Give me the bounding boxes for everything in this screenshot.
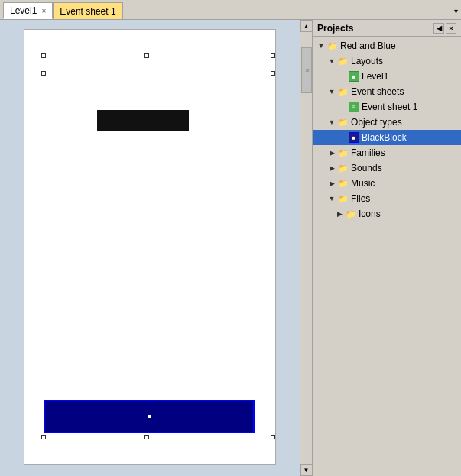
toggle-blackblock	[337, 132, 348, 143]
black-block-object[interactable]	[97, 110, 189, 131]
tab-level1-close[interactable]: ×	[41, 7, 46, 15]
handle-bottom-center[interactable]	[144, 435, 149, 439]
folder-icon-files: 📁	[337, 193, 349, 205]
tree-item-level1[interactable]: ■ Level1	[313, 69, 461, 84]
tree-item-files[interactable]: ▼ 📁 Files	[313, 191, 461, 206]
handle-bottom-left[interactable]	[41, 435, 46, 439]
projects-pin-button[interactable]: ◀	[433, 23, 444, 34]
label-icons: Icons	[359, 209, 381, 219]
tree-item-blackblock[interactable]: ■ BlackBlock	[313, 130, 461, 145]
layout-icon-level1: ■	[348, 70, 360, 83]
scroll-down-button[interactable]: ▼	[300, 464, 313, 476]
tree-item-eventsheet1[interactable]: ≡ Event sheet 1	[313, 99, 461, 115]
toggle-icons[interactable]: ▶	[334, 209, 345, 219]
canvas-viewport: ▲ ≡ ▼	[0, 20, 312, 476]
level-canvas[interactable]	[0, 20, 300, 476]
tree-item-layouts[interactable]: ▼ 📁 Layouts	[313, 53, 461, 69]
handle-mid-right[interactable]	[271, 71, 275, 76]
scroll-thumb-vertical[interactable]: ≡	[301, 47, 312, 93]
label-redandblue: Red and Blue	[340, 40, 396, 51]
projects-header: Projects ◀ ×	[313, 20, 461, 37]
vertical-scrollbar[interactable]: ▲ ≡ ▼	[300, 20, 312, 476]
label-eventsheets: Event sheets	[351, 86, 404, 97]
toggle-layouts[interactable]: ▼	[326, 56, 337, 66]
label-blackblock: BlackBlock	[362, 132, 407, 143]
folder-icon-eventsheets: 📁	[337, 86, 349, 98]
tab-event-sheet[interactable]: Event sheet 1	[53, 2, 122, 19]
projects-tree: ▼ 📁 Red and Blue ▼ 📁 Layouts ■ Level1	[313, 37, 461, 476]
tree-item-families[interactable]: ▶ 📁 Families	[313, 145, 461, 160]
toggle-files[interactable]: ▼	[326, 193, 337, 204]
toggle-eventsheets[interactable]: ▼	[326, 86, 337, 97]
label-files: Files	[351, 193, 370, 204]
level-inner[interactable]	[24, 29, 276, 465]
label-sounds: Sounds	[351, 163, 382, 173]
tree-item-icons[interactable]: ▶ 📁 Icons	[313, 206, 461, 222]
projects-title: Projects	[317, 23, 353, 34]
toggle-sounds[interactable]: ▶	[326, 163, 337, 173]
blue-block-object[interactable]	[44, 400, 255, 433]
label-eventsheet1: Event sheet 1	[362, 102, 417, 112]
tab-level1-label: Level1	[10, 5, 37, 16]
label-objecttypes: Object types	[351, 117, 402, 128]
scroll-up-button[interactable]: ▲	[300, 20, 313, 32]
toggle-level1	[337, 71, 348, 82]
toggle-eventsheet1	[337, 102, 348, 112]
folder-icon-icons: 📁	[345, 208, 357, 220]
handle-mid-left[interactable]	[41, 71, 46, 76]
tree-item-sounds[interactable]: ▶ 📁 Sounds	[313, 160, 461, 176]
tree-item-objecttypes[interactable]: ▼ 📁 Object types	[313, 115, 461, 130]
block-icon-blackblock: ■	[348, 131, 360, 144]
event-icon-eventsheet1: ≡	[348, 101, 360, 113]
scroll-track-vertical[interactable]: ≡	[300, 32, 312, 464]
tab-bar: Level1 × Event sheet 1 ▾	[0, 0, 461, 20]
toggle-objecttypes[interactable]: ▼	[326, 117, 337, 128]
toggle-families[interactable]: ▶	[326, 147, 337, 158]
tree-item-eventsheets[interactable]: ▼ 📁 Event sheets	[313, 84, 461, 99]
tab-dropdown[interactable]: ▾	[451, 5, 461, 17]
label-layouts: Layouts	[351, 56, 383, 66]
folder-icon-sounds: 📁	[337, 162, 349, 174]
projects-header-actions: ◀ ×	[433, 23, 456, 34]
handle-top-left[interactable]	[41, 53, 46, 58]
tab-level1[interactable]: Level1 ×	[3, 2, 53, 19]
tab-event-label: Event sheet 1	[60, 6, 115, 17]
canvas-area: ▲ ≡ ▼	[0, 20, 312, 476]
toggle-redandblue[interactable]: ▼	[316, 40, 326, 51]
projects-close-button[interactable]: ×	[446, 23, 456, 34]
toggle-music[interactable]: ▶	[326, 178, 337, 189]
main-content: ▲ ≡ ▼ Projects ◀ × ▼ 📁	[0, 20, 461, 476]
folder-icon-families: 📁	[337, 147, 349, 159]
projects-panel: Projects ◀ × ▼ 📁 Red and Blue ▼ 📁 Layout…	[312, 20, 461, 476]
handle-top-right[interactable]	[271, 53, 275, 58]
label-level1: Level1	[362, 71, 388, 82]
label-families: Families	[351, 147, 385, 158]
scroll-grip-icon: ≡	[305, 66, 307, 74]
tree-item-music[interactable]: ▶ 📁 Music	[313, 176, 461, 191]
handle-bottom-right[interactable]	[271, 435, 275, 439]
folder-icon-objecttypes: 📁	[337, 116, 349, 128]
folder-icon-music: 📁	[337, 177, 349, 189]
label-music: Music	[351, 178, 375, 189]
tree-root-redandblue[interactable]: ▼ 📁 Red and Blue	[313, 38, 461, 53]
folder-icon-redandblue: 📁	[326, 40, 339, 52]
handle-top-center[interactable]	[144, 53, 149, 58]
blue-block-center-dot	[148, 415, 151, 418]
folder-icon-layouts: 📁	[337, 55, 349, 67]
